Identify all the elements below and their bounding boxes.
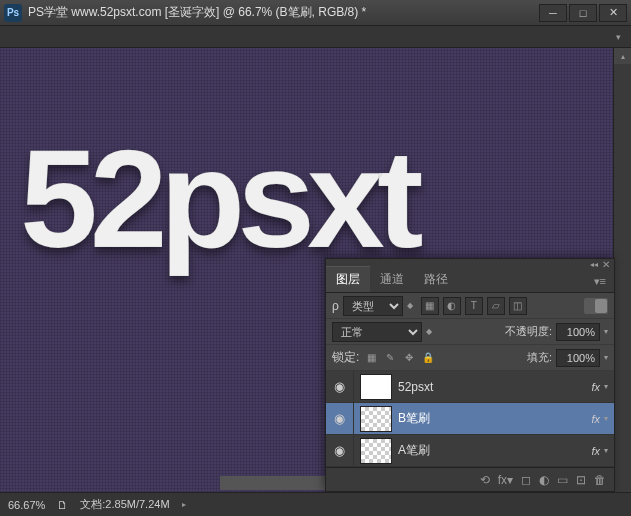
- panel-tabs: 图层 通道 路径 ▾≡: [326, 269, 614, 293]
- doc-size: 文档:2.85M/7.24M: [80, 497, 169, 512]
- chevron-down-icon[interactable]: ▾: [604, 446, 608, 455]
- layer-thumbnail[interactable]: [360, 374, 392, 400]
- opacity-label: 不透明度:: [505, 324, 552, 339]
- layers-panel: ◂◂ ✕ 图层 通道 路径 ▾≡ ρ 类型 ◆ ▦ ◐ T ▱ ◫ 正常 ◆ 不…: [325, 258, 615, 492]
- layer-row[interactable]: ◉ B笔刷 fx ▾: [326, 403, 614, 435]
- link-icon[interactable]: ⟲: [480, 473, 490, 487]
- chevron-left-icon[interactable]: ◂◂: [590, 260, 598, 269]
- tab-channels[interactable]: 通道: [370, 267, 414, 292]
- panel-menu-icon[interactable]: ▾≡: [586, 271, 614, 292]
- fx-badge[interactable]: fx: [591, 381, 600, 393]
- collapse-icon[interactable]: ▾: [611, 30, 625, 44]
- window-title: PS学堂 www.52psxt.com [圣诞字效] @ 66.7% (B笔刷,…: [28, 4, 539, 21]
- lock-row: 锁定: ▦ ✎ ✥ 🔒 填充: ▾: [326, 345, 614, 371]
- eye-icon[interactable]: ◉: [326, 403, 354, 434]
- chevron-down-icon[interactable]: ▾: [604, 382, 608, 391]
- lock-paint-icon[interactable]: ✎: [382, 350, 398, 366]
- fill-input[interactable]: [556, 349, 600, 367]
- blend-mode-select[interactable]: 正常: [332, 322, 422, 342]
- window-controls: ─ □ ✕: [539, 4, 627, 22]
- document-tab-bar: ▾: [0, 26, 631, 48]
- adjustment-icon[interactable]: ◐: [539, 473, 549, 487]
- filter-toggle[interactable]: [584, 298, 608, 314]
- new-layer-icon[interactable]: ⊡: [576, 473, 586, 487]
- layer-thumbnail[interactable]: [360, 406, 392, 432]
- status-icon[interactable]: 🗋: [57, 499, 68, 511]
- trash-icon[interactable]: 🗑: [594, 473, 606, 487]
- filter-adjust-icon[interactable]: ◐: [443, 297, 461, 315]
- layer-row[interactable]: ◉ 52psxt fx ▾: [326, 371, 614, 403]
- scroll-up-icon[interactable]: ▴: [614, 48, 631, 64]
- layer-list: ◉ 52psxt fx ▾ ◉ B笔刷 fx ▾ ◉ A笔刷 fx ▾: [326, 371, 614, 467]
- tab-paths[interactable]: 路径: [414, 267, 458, 292]
- fx-badge[interactable]: fx: [591, 445, 600, 457]
- panel-close-icon[interactable]: ✕: [602, 259, 610, 270]
- chevron-down-icon[interactable]: ▾: [604, 414, 608, 423]
- layer-name: A笔刷: [398, 442, 591, 459]
- lock-move-icon[interactable]: ✥: [401, 350, 417, 366]
- layer-thumbnail[interactable]: [360, 438, 392, 464]
- lock-trans-icon[interactable]: ▦: [363, 350, 379, 366]
- status-bar: 66.67% 🗋 文档:2.85M/7.24M ▸: [0, 492, 631, 516]
- mask-icon[interactable]: ◻: [521, 473, 531, 487]
- filter-icons: ▦ ◐ T ▱ ◫: [421, 297, 527, 315]
- opacity-input[interactable]: [556, 323, 600, 341]
- eye-icon[interactable]: ◉: [326, 371, 354, 402]
- panel-footer: ⟲ fx▾ ◻ ◐ ▭ ⊡ 🗑: [326, 467, 614, 491]
- fx-badge[interactable]: fx: [591, 413, 600, 425]
- tab-layers[interactable]: 图层: [326, 266, 370, 292]
- title-bar: Ps PS学堂 www.52psxt.com [圣诞字效] @ 66.7% (B…: [0, 0, 631, 26]
- filter-type-select[interactable]: 类型: [343, 296, 403, 316]
- app-icon: Ps: [4, 4, 22, 22]
- group-icon[interactable]: ▭: [557, 473, 568, 487]
- vertical-scrollbar[interactable]: ▴: [613, 48, 631, 492]
- filter-pixel-icon[interactable]: ▦: [421, 297, 439, 315]
- maximize-button[interactable]: □: [569, 4, 597, 22]
- fx-icon[interactable]: fx▾: [498, 473, 513, 487]
- layer-name: B笔刷: [398, 410, 591, 427]
- canvas-text: 52psxt: [20, 118, 416, 280]
- minimize-button[interactable]: ─: [539, 4, 567, 22]
- lock-icons: ▦ ✎ ✥ 🔒: [363, 350, 436, 366]
- filter-smart-icon[interactable]: ◫: [509, 297, 527, 315]
- filter-type-icon[interactable]: T: [465, 297, 483, 315]
- blend-row: 正常 ◆ 不透明度: ▾: [326, 319, 614, 345]
- zoom-level[interactable]: 66.67%: [8, 499, 45, 511]
- eye-icon[interactable]: ◉: [326, 435, 354, 466]
- lock-all-icon[interactable]: 🔒: [420, 350, 436, 366]
- layer-name: 52psxt: [398, 380, 591, 394]
- chevron-down-icon[interactable]: ▾: [604, 353, 608, 362]
- lock-label: 锁定:: [332, 349, 359, 366]
- layer-row[interactable]: ◉ A笔刷 fx ▾: [326, 435, 614, 467]
- chevron-right-icon[interactable]: ▸: [182, 500, 186, 509]
- chevron-down-icon[interactable]: ▾: [604, 327, 608, 336]
- fill-label: 填充:: [527, 350, 552, 365]
- filter-row: ρ 类型 ◆ ▦ ◐ T ▱ ◫: [326, 293, 614, 319]
- filter-shape-icon[interactable]: ▱: [487, 297, 505, 315]
- close-button[interactable]: ✕: [599, 4, 627, 22]
